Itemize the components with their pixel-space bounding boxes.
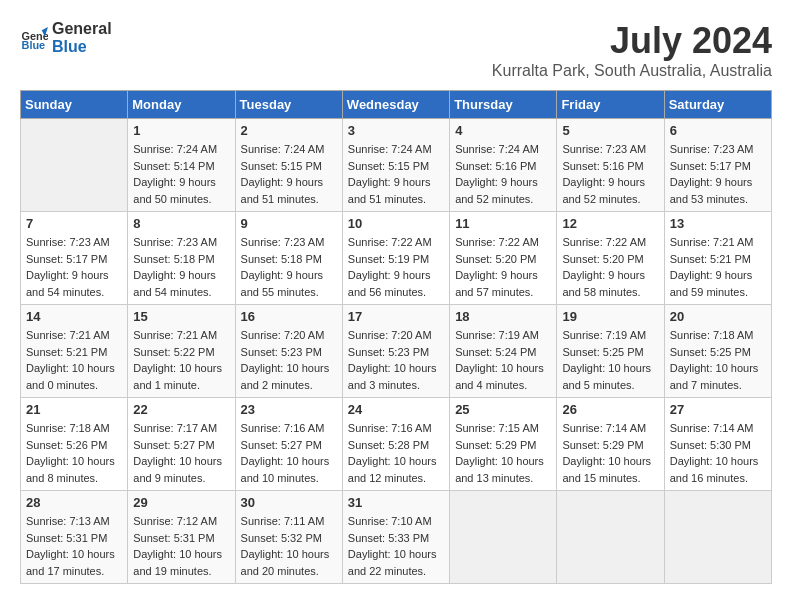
cell-info: Sunrise: 7:16 AM Sunset: 5:28 PM Dayligh… (348, 420, 444, 486)
day-number: 5 (562, 123, 658, 138)
svg-text:Blue: Blue (22, 38, 46, 50)
cell-info: Sunrise: 7:10 AM Sunset: 5:33 PM Dayligh… (348, 513, 444, 579)
logo-blue: Blue (52, 38, 112, 56)
calendar-cell: 10 Sunrise: 7:22 AM Sunset: 5:19 PM Dayl… (342, 212, 449, 305)
day-number: 29 (133, 495, 229, 510)
weekday-header-thursday: Thursday (450, 91, 557, 119)
logo-general: General (52, 20, 112, 38)
day-number: 25 (455, 402, 551, 417)
cell-info: Sunrise: 7:24 AM Sunset: 5:15 PM Dayligh… (348, 141, 444, 207)
calendar-cell: 6 Sunrise: 7:23 AM Sunset: 5:17 PM Dayli… (664, 119, 771, 212)
cell-info: Sunrise: 7:23 AM Sunset: 5:17 PM Dayligh… (26, 234, 122, 300)
cell-info: Sunrise: 7:15 AM Sunset: 5:29 PM Dayligh… (455, 420, 551, 486)
day-number: 4 (455, 123, 551, 138)
day-number: 28 (26, 495, 122, 510)
cell-info: Sunrise: 7:19 AM Sunset: 5:25 PM Dayligh… (562, 327, 658, 393)
day-number: 14 (26, 309, 122, 324)
calendar-cell: 14 Sunrise: 7:21 AM Sunset: 5:21 PM Dayl… (21, 305, 128, 398)
calendar-cell: 29 Sunrise: 7:12 AM Sunset: 5:31 PM Dayl… (128, 491, 235, 584)
calendar-cell: 18 Sunrise: 7:19 AM Sunset: 5:24 PM Dayl… (450, 305, 557, 398)
calendar-cell: 19 Sunrise: 7:19 AM Sunset: 5:25 PM Dayl… (557, 305, 664, 398)
cell-info: Sunrise: 7:22 AM Sunset: 5:20 PM Dayligh… (455, 234, 551, 300)
calendar-cell: 9 Sunrise: 7:23 AM Sunset: 5:18 PM Dayli… (235, 212, 342, 305)
day-number: 10 (348, 216, 444, 231)
day-number: 17 (348, 309, 444, 324)
day-number: 31 (348, 495, 444, 510)
calendar-cell: 15 Sunrise: 7:21 AM Sunset: 5:22 PM Dayl… (128, 305, 235, 398)
cell-info: Sunrise: 7:21 AM Sunset: 5:21 PM Dayligh… (670, 234, 766, 300)
calendar-cell: 12 Sunrise: 7:22 AM Sunset: 5:20 PM Dayl… (557, 212, 664, 305)
cell-info: Sunrise: 7:21 AM Sunset: 5:22 PM Dayligh… (133, 327, 229, 393)
cell-info: Sunrise: 7:22 AM Sunset: 5:19 PM Dayligh… (348, 234, 444, 300)
day-number: 20 (670, 309, 766, 324)
calendar-cell: 31 Sunrise: 7:10 AM Sunset: 5:33 PM Dayl… (342, 491, 449, 584)
cell-info: Sunrise: 7:14 AM Sunset: 5:29 PM Dayligh… (562, 420, 658, 486)
calendar-table: SundayMondayTuesdayWednesdayThursdayFrid… (20, 90, 772, 584)
calendar-subtitle: Kurralta Park, South Australia, Australi… (492, 62, 772, 80)
day-number: 11 (455, 216, 551, 231)
calendar-week-row: 7 Sunrise: 7:23 AM Sunset: 5:17 PM Dayli… (21, 212, 772, 305)
day-number: 30 (241, 495, 337, 510)
day-number: 1 (133, 123, 229, 138)
calendar-cell: 30 Sunrise: 7:11 AM Sunset: 5:32 PM Dayl… (235, 491, 342, 584)
calendar-cell: 26 Sunrise: 7:14 AM Sunset: 5:29 PM Dayl… (557, 398, 664, 491)
weekday-header-monday: Monday (128, 91, 235, 119)
day-number: 13 (670, 216, 766, 231)
calendar-week-row: 14 Sunrise: 7:21 AM Sunset: 5:21 PM Dayl… (21, 305, 772, 398)
calendar-week-row: 28 Sunrise: 7:13 AM Sunset: 5:31 PM Dayl… (21, 491, 772, 584)
calendar-cell: 23 Sunrise: 7:16 AM Sunset: 5:27 PM Dayl… (235, 398, 342, 491)
cell-info: Sunrise: 7:23 AM Sunset: 5:16 PM Dayligh… (562, 141, 658, 207)
calendar-week-row: 1 Sunrise: 7:24 AM Sunset: 5:14 PM Dayli… (21, 119, 772, 212)
weekday-header-friday: Friday (557, 91, 664, 119)
calendar-cell: 24 Sunrise: 7:16 AM Sunset: 5:28 PM Dayl… (342, 398, 449, 491)
calendar-cell: 7 Sunrise: 7:23 AM Sunset: 5:17 PM Dayli… (21, 212, 128, 305)
calendar-cell: 5 Sunrise: 7:23 AM Sunset: 5:16 PM Dayli… (557, 119, 664, 212)
cell-info: Sunrise: 7:12 AM Sunset: 5:31 PM Dayligh… (133, 513, 229, 579)
cell-info: Sunrise: 7:24 AM Sunset: 5:16 PM Dayligh… (455, 141, 551, 207)
calendar-cell (450, 491, 557, 584)
day-number: 15 (133, 309, 229, 324)
calendar-week-row: 21 Sunrise: 7:18 AM Sunset: 5:26 PM Dayl… (21, 398, 772, 491)
calendar-cell: 8 Sunrise: 7:23 AM Sunset: 5:18 PM Dayli… (128, 212, 235, 305)
cell-info: Sunrise: 7:18 AM Sunset: 5:25 PM Dayligh… (670, 327, 766, 393)
calendar-cell (21, 119, 128, 212)
calendar-cell (557, 491, 664, 584)
day-number: 24 (348, 402, 444, 417)
day-number: 23 (241, 402, 337, 417)
calendar-cell: 17 Sunrise: 7:20 AM Sunset: 5:23 PM Dayl… (342, 305, 449, 398)
day-number: 8 (133, 216, 229, 231)
title-area: July 2024 Kurralta Park, South Australia… (492, 20, 772, 80)
calendar-title: July 2024 (492, 20, 772, 62)
calendar-cell: 13 Sunrise: 7:21 AM Sunset: 5:21 PM Dayl… (664, 212, 771, 305)
day-number: 7 (26, 216, 122, 231)
day-number: 19 (562, 309, 658, 324)
cell-info: Sunrise: 7:21 AM Sunset: 5:21 PM Dayligh… (26, 327, 122, 393)
calendar-cell: 1 Sunrise: 7:24 AM Sunset: 5:14 PM Dayli… (128, 119, 235, 212)
weekday-header-sunday: Sunday (21, 91, 128, 119)
cell-info: Sunrise: 7:19 AM Sunset: 5:24 PM Dayligh… (455, 327, 551, 393)
day-number: 6 (670, 123, 766, 138)
cell-info: Sunrise: 7:23 AM Sunset: 5:18 PM Dayligh… (133, 234, 229, 300)
calendar-cell: 11 Sunrise: 7:22 AM Sunset: 5:20 PM Dayl… (450, 212, 557, 305)
cell-info: Sunrise: 7:23 AM Sunset: 5:17 PM Dayligh… (670, 141, 766, 207)
calendar-cell: 4 Sunrise: 7:24 AM Sunset: 5:16 PM Dayli… (450, 119, 557, 212)
day-number: 22 (133, 402, 229, 417)
calendar-cell (664, 491, 771, 584)
cell-info: Sunrise: 7:14 AM Sunset: 5:30 PM Dayligh… (670, 420, 766, 486)
cell-info: Sunrise: 7:18 AM Sunset: 5:26 PM Dayligh… (26, 420, 122, 486)
day-number: 3 (348, 123, 444, 138)
cell-info: Sunrise: 7:17 AM Sunset: 5:27 PM Dayligh… (133, 420, 229, 486)
day-number: 21 (26, 402, 122, 417)
calendar-cell: 25 Sunrise: 7:15 AM Sunset: 5:29 PM Dayl… (450, 398, 557, 491)
day-number: 27 (670, 402, 766, 417)
day-number: 18 (455, 309, 551, 324)
day-number: 26 (562, 402, 658, 417)
weekday-header-tuesday: Tuesday (235, 91, 342, 119)
calendar-cell: 27 Sunrise: 7:14 AM Sunset: 5:30 PM Dayl… (664, 398, 771, 491)
cell-info: Sunrise: 7:24 AM Sunset: 5:15 PM Dayligh… (241, 141, 337, 207)
calendar-cell: 2 Sunrise: 7:24 AM Sunset: 5:15 PM Dayli… (235, 119, 342, 212)
weekday-header-wednesday: Wednesday (342, 91, 449, 119)
day-number: 12 (562, 216, 658, 231)
cell-info: Sunrise: 7:11 AM Sunset: 5:32 PM Dayligh… (241, 513, 337, 579)
page-header: General Blue General Blue July 2024 Kurr… (20, 20, 772, 80)
